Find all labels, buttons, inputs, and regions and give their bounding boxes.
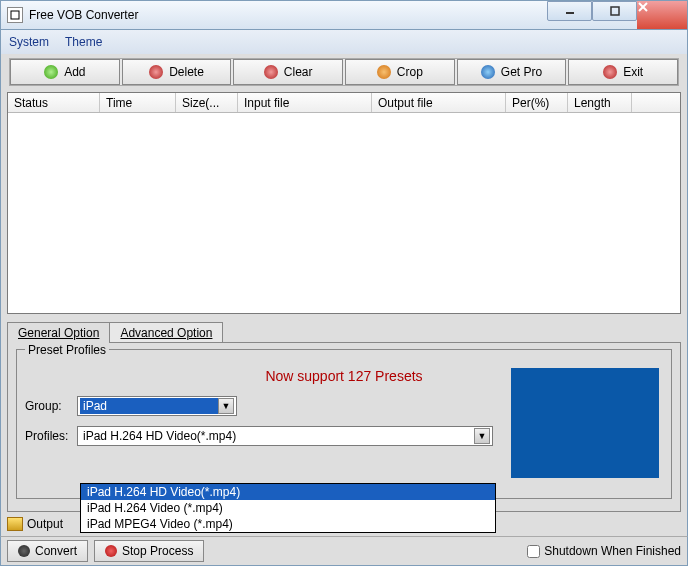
tab-general[interactable]: General Option	[7, 322, 110, 343]
preset-legend: Preset Profiles	[25, 343, 109, 357]
exit-button[interactable]: Exit	[568, 59, 678, 85]
menu-system[interactable]: System	[9, 35, 49, 49]
file-table: Status Time Size(... Input file Output f…	[7, 92, 681, 314]
col-per[interactable]: Per(%)	[506, 93, 568, 112]
crop-button[interactable]: Crop	[345, 59, 455, 85]
shutdown-checkbox-wrap[interactable]: Shutdown When Finished	[527, 544, 681, 558]
col-size[interactable]: Size(...	[176, 93, 238, 112]
tab-advanced[interactable]: Advanced Option	[109, 322, 223, 343]
exit-label: Exit	[623, 65, 643, 79]
getpro-button[interactable]: Get Pro	[457, 59, 567, 85]
clear-button[interactable]: Clear	[233, 59, 343, 85]
output-label: Output	[27, 517, 63, 531]
chevron-down-icon: ▼	[474, 428, 490, 444]
toolbar-frame: Add Delete Clear Crop Get Pro Exit	[0, 54, 688, 90]
col-length[interactable]: Length	[568, 93, 632, 112]
dropdown-option[interactable]: iPad H.264 Video (*.mp4)	[81, 500, 495, 516]
col-output[interactable]: Output file	[372, 93, 506, 112]
minimize-button[interactable]	[547, 1, 592, 21]
getpro-label: Get Pro	[501, 65, 542, 79]
col-spacer	[632, 93, 680, 112]
convert-icon	[18, 545, 30, 557]
maximize-button[interactable]	[592, 1, 637, 21]
tab-row: General Option Advanced Option	[7, 322, 681, 343]
add-label: Add	[64, 65, 85, 79]
crop-icon	[377, 65, 391, 79]
window-title: Free VOB Converter	[29, 8, 547, 22]
add-button[interactable]: Add	[10, 59, 120, 85]
chevron-down-icon: ▼	[218, 398, 234, 414]
col-input[interactable]: Input file	[238, 93, 372, 112]
shutdown-label: Shutdown When Finished	[544, 544, 681, 558]
content-frame: Status Time Size(... Input file Output f…	[0, 90, 688, 512]
bottom-bar: Convert Stop Process Shutdown When Finis…	[0, 536, 688, 566]
preset-fieldset: Preset Profiles Now support 127 Presets …	[16, 349, 672, 499]
folder-icon[interactable]	[7, 517, 23, 531]
add-icon	[44, 65, 58, 79]
profiles-combo[interactable]: iPad H.264 HD Video(*.mp4) ▼	[77, 426, 493, 446]
window-controls	[547, 1, 687, 29]
profiles-dropdown[interactable]: iPad H.264 HD Video(*.mp4) iPad H.264 Vi…	[80, 483, 496, 533]
dropdown-option[interactable]: iPad H.264 HD Video(*.mp4)	[81, 484, 495, 500]
table-header: Status Time Size(... Input file Output f…	[8, 93, 680, 113]
menu-theme[interactable]: Theme	[65, 35, 102, 49]
crop-label: Crop	[397, 65, 423, 79]
stop-button[interactable]: Stop Process	[94, 540, 204, 562]
delete-icon	[149, 65, 163, 79]
convert-button[interactable]: Convert	[7, 540, 88, 562]
menubar: System Theme	[0, 30, 688, 54]
dropdown-option[interactable]: iPad MPEG4 Video (*.mp4)	[81, 516, 495, 532]
col-status[interactable]: Status	[8, 93, 100, 112]
table-body[interactable]	[8, 113, 680, 313]
titlebar: Free VOB Converter	[0, 0, 688, 30]
stop-icon	[105, 545, 117, 557]
clear-label: Clear	[284, 65, 313, 79]
app-icon	[7, 7, 23, 23]
svg-rect-0	[11, 11, 19, 19]
shutdown-checkbox[interactable]	[527, 545, 540, 558]
delete-label: Delete	[169, 65, 204, 79]
convert-label: Convert	[35, 544, 77, 558]
close-button[interactable]	[637, 1, 687, 29]
getpro-icon	[481, 65, 495, 79]
profiles-label: Profiles:	[25, 429, 73, 443]
delete-button[interactable]: Delete	[122, 59, 232, 85]
col-time[interactable]: Time	[100, 93, 176, 112]
preview-pane	[511, 368, 659, 478]
svg-rect-2	[611, 7, 619, 15]
group-label: Group:	[25, 399, 73, 413]
stop-label: Stop Process	[122, 544, 193, 558]
group-combo[interactable]: iPad ▼	[77, 396, 237, 416]
clear-icon	[264, 65, 278, 79]
profiles-value: iPad H.264 HD Video(*.mp4)	[80, 428, 474, 444]
group-value: iPad	[80, 398, 218, 414]
toolbar: Add Delete Clear Crop Get Pro Exit	[9, 58, 679, 86]
exit-icon	[603, 65, 617, 79]
